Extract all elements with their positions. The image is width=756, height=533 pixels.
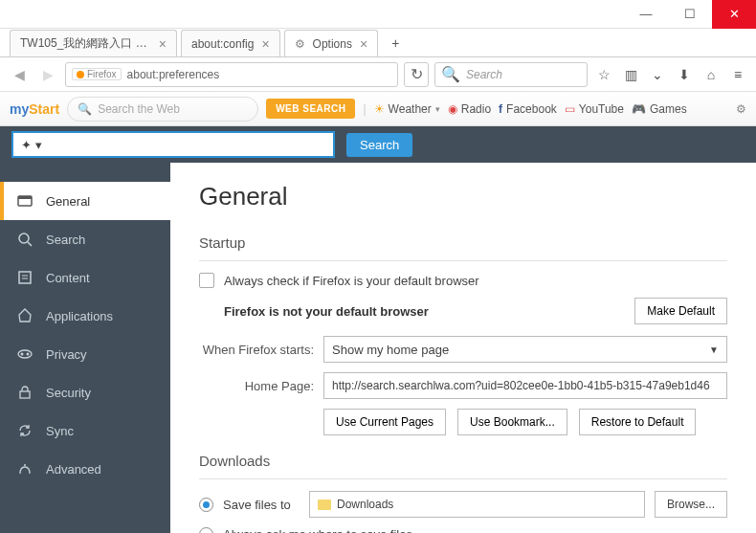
sidebar-item-applications[interactable]: Applications — [0, 297, 170, 335]
sidebar-item-advanced[interactable]: Advanced — [0, 450, 170, 488]
select-value: Show my home page — [332, 343, 449, 357]
preferences-sidebar: General Search Content Applications Priv… — [0, 163, 170, 533]
search-icon: 🔍 — [441, 65, 460, 83]
svg-point-8 — [21, 353, 24, 356]
always-check-checkbox[interactable] — [199, 273, 214, 288]
sidebar-label: Applications — [46, 309, 113, 323]
sidebar-label: Privacy — [46, 347, 87, 362]
save-files-to-label: Save files to — [223, 498, 300, 512]
sidebar-item-general[interactable]: General — [0, 182, 170, 220]
general-icon — [17, 193, 33, 209]
tab-label: TW105_我的網路入口 台灣 — [20, 35, 151, 52]
facebook-link[interactable]: fFacebook — [499, 102, 557, 116]
forward-button[interactable]: ▶ — [36, 63, 59, 86]
home-page-input[interactable]: http://search.searchlwa.com?uid=802cee0e… — [323, 372, 727, 399]
svg-rect-1 — [18, 196, 32, 199]
home-icon[interactable]: ⌂ — [700, 67, 722, 82]
web-search-button[interactable]: WEB SEARCH — [266, 99, 355, 119]
games-link[interactable]: 🎮Games — [632, 102, 687, 116]
downloads-folder-field[interactable]: Downloads — [309, 491, 645, 518]
reload-button[interactable]: ↻ — [404, 62, 429, 87]
window-maximize[interactable]: ☐ — [668, 0, 712, 29]
tab-tw105[interactable]: TW105_我的網路入口 台灣 × — [10, 30, 177, 56]
save-files-to-radio[interactable] — [199, 498, 213, 512]
sidebar-item-sync[interactable]: Sync — [0, 411, 170, 450]
mystart-settings-icon[interactable]: ⚙ — [736, 102, 746, 116]
when-starts-label: When Firefox starts: — [199, 343, 314, 357]
new-tab-button[interactable]: + — [382, 30, 409, 56]
mystart-search-input[interactable]: 🔍 Search the Web — [67, 97, 258, 122]
sidebar-label: Security — [46, 386, 91, 400]
always-check-label: Always check if Firefox is your default … — [224, 274, 479, 288]
close-icon[interactable]: × — [261, 36, 269, 52]
sun-icon: ☀ — [374, 102, 385, 116]
sidebar-label: Content — [46, 271, 90, 285]
make-default-button[interactable]: Make Default — [634, 298, 727, 324]
window-minimize[interactable]: — — [624, 0, 668, 29]
svg-point-9 — [27, 353, 30, 356]
downloads-folder-value: Downloads — [337, 498, 393, 511]
page-title: General — [199, 182, 727, 211]
library-icon[interactable]: ▥ — [620, 67, 641, 82]
sidebar-item-content[interactable]: Content — [0, 258, 170, 297]
search-placeholder: Search — [466, 68, 502, 81]
close-icon[interactable]: × — [360, 36, 367, 52]
secondary-search-bar: ✦ ▾ Search — [0, 126, 756, 163]
home-page-value: http://search.searchlwa.com?uid=802cee0e… — [332, 379, 710, 392]
games-icon: 🎮 — [632, 102, 646, 116]
home-page-label: Home Page: — [199, 379, 314, 393]
sidebar-label: Search — [46, 233, 85, 247]
tab-label: Options — [313, 37, 352, 51]
menu-icon[interactable]: ≡ — [727, 67, 748, 82]
svg-rect-10 — [20, 391, 30, 398]
use-current-pages-button[interactable]: Use Current Pages — [323, 409, 446, 435]
sync-icon — [17, 423, 33, 438]
sidebar-item-privacy[interactable]: Privacy — [0, 335, 170, 373]
pocket-icon[interactable]: ⌄ — [647, 67, 668, 82]
gear-icon: ⚙ — [295, 37, 305, 51]
sidebar-label: General — [46, 194, 90, 209]
identity-badge: Firefox — [72, 68, 122, 80]
close-icon[interactable]: × — [159, 36, 167, 52]
back-button[interactable]: ◀ — [8, 63, 31, 86]
tab-label: about:config — [191, 37, 254, 51]
svg-point-7 — [18, 350, 32, 358]
folder-icon — [318, 500, 331, 510]
restore-default-button[interactable]: Restore to Default — [579, 409, 697, 435]
youtube-icon: ▭ — [565, 102, 575, 116]
tab-aboutconfig[interactable]: about:config × — [181, 30, 280, 56]
url-bar[interactable]: Firefox about:preferences — [65, 62, 398, 87]
mystart-toolbar: myStart 🔍 Search the Web WEB SEARCH | ☀W… — [0, 92, 756, 126]
tab-options[interactable]: ⚙ Options × — [284, 30, 379, 56]
search-icon: 🔍 — [78, 102, 92, 116]
search-bar[interactable]: 🔍 Search — [434, 62, 588, 87]
radio-icon: ◉ — [448, 102, 457, 116]
svg-rect-4 — [19, 272, 31, 283]
window-titlebar: — ☐ ✕ — [0, 0, 756, 29]
always-ask-label: Always ask me where to save files — [223, 527, 412, 533]
youtube-link[interactable]: ▭YouTube — [565, 102, 624, 116]
use-bookmark-button[interactable]: Use Bookmark... — [457, 409, 567, 435]
weather-link[interactable]: ☀Weather▾ — [374, 102, 440, 116]
svg-point-11 — [24, 464, 26, 466]
preferences-content: General Search Content Applications Priv… — [0, 163, 756, 533]
radio-link[interactable]: ◉Radio — [448, 102, 491, 116]
lock-icon — [17, 385, 33, 400]
sidebar-item-security[interactable]: Security — [0, 373, 170, 411]
always-ask-radio[interactable] — [199, 527, 213, 533]
when-starts-select[interactable]: Show my home page ▼ — [323, 336, 727, 363]
window-close[interactable]: ✕ — [712, 0, 756, 29]
bookmark-star-icon[interactable]: ☆ — [593, 67, 614, 82]
browse-button[interactable]: Browse... — [655, 491, 727, 518]
secondary-search-button[interactable]: Search — [346, 133, 412, 157]
search-icon — [17, 232, 33, 247]
secondary-search-input[interactable]: ✦ ▾ — [11, 131, 335, 158]
nav-toolbar: ◀ ▶ Firefox about:preferences ↻ 🔍 Search… — [0, 57, 756, 92]
privacy-icon — [17, 346, 33, 362]
mystart-placeholder: Search the Web — [98, 102, 180, 116]
sidebar-item-search[interactable]: Search — [0, 220, 170, 258]
downloads-icon[interactable]: ⬇ — [674, 67, 695, 82]
startup-heading: Startup — [199, 234, 727, 251]
sidebar-label: Advanced — [46, 462, 101, 477]
downloads-heading: Downloads — [199, 453, 727, 469]
